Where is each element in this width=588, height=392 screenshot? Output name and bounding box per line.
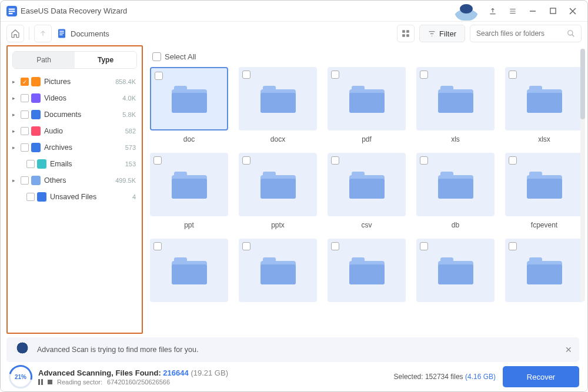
- minimize-button[interactable]: [524, 3, 542, 19]
- file-tile[interactable]: xls: [416, 67, 495, 143]
- view-grid-button[interactable]: [397, 25, 415, 42]
- file-tile[interactable]: fcpevent: [505, 153, 583, 229]
- category-icon: [31, 143, 41, 152]
- sidebar-item-archives[interactable]: ▸Archives573: [8, 139, 142, 156]
- filter-button[interactable]: Filter: [419, 25, 465, 42]
- category-checkbox[interactable]: [26, 193, 35, 201]
- search-box[interactable]: [470, 25, 582, 42]
- tile-checkbox[interactable]: [331, 156, 339, 165]
- category-checkbox[interactable]: [21, 110, 29, 119]
- tile-checkbox[interactable]: [509, 156, 517, 165]
- selection-info: Selected: 152734 files (4.16 GB): [394, 373, 496, 381]
- tile-thumb: [239, 153, 317, 216]
- file-tile[interactable]: [505, 239, 583, 307]
- category-label: Pictures: [44, 78, 115, 86]
- tile-name: db: [452, 221, 459, 229]
- up-button[interactable]: [34, 25, 52, 42]
- folder-icon: [260, 85, 296, 113]
- tile-checkbox[interactable]: [420, 156, 428, 165]
- category-icon: [37, 159, 46, 169]
- tile-thumb: [416, 153, 495, 216]
- sidebar-item-others[interactable]: ▸Others499.5K: [8, 172, 142, 189]
- file-tile[interactable]: csv: [328, 153, 406, 229]
- app-title: EaseUS Data Recovery Wizard: [21, 6, 127, 15]
- tile-checkbox[interactable]: [153, 156, 162, 165]
- file-tile[interactable]: [239, 239, 317, 307]
- scroll-thumb[interactable]: [580, 49, 585, 119]
- svg-rect-12: [406, 34, 409, 37]
- caret-icon: ▸: [12, 145, 18, 150]
- select-all-row[interactable]: Select All: [150, 49, 577, 67]
- tile-checkbox[interactable]: [242, 242, 250, 250]
- scan-count: 216644: [163, 368, 188, 377]
- tile-thumb: [416, 67, 495, 130]
- file-tile[interactable]: db: [416, 153, 495, 229]
- tile-checkbox[interactable]: [153, 242, 162, 250]
- tile-name: pptx: [271, 221, 285, 229]
- category-label: Audio: [44, 127, 125, 135]
- category-checkbox[interactable]: ✓: [21, 78, 29, 86]
- search-input[interactable]: [476, 29, 567, 38]
- breadcrumb[interactable]: Documents: [56, 28, 109, 39]
- home-button[interactable]: [6, 25, 24, 42]
- file-tile[interactable]: pdf: [328, 67, 406, 143]
- file-tile[interactable]: [150, 239, 228, 307]
- category-icon: [37, 192, 46, 202]
- category-label: Emails: [50, 160, 125, 168]
- share-button[interactable]: [484, 3, 502, 19]
- sidebar-item-documents[interactable]: ▸Documents5.8K: [8, 106, 142, 123]
- sidebar-item-emails[interactable]: Emails153: [8, 156, 142, 172]
- maximize-button[interactable]: [544, 3, 562, 19]
- stop-button[interactable]: [48, 380, 52, 384]
- close-button[interactable]: [564, 3, 582, 19]
- category-label: Others: [44, 176, 115, 185]
- category-checkbox[interactable]: [21, 143, 29, 152]
- category-icon: [31, 110, 41, 119]
- scrollbar[interactable]: [580, 49, 585, 301]
- tile-checkbox[interactable]: [509, 71, 517, 79]
- category-checkbox[interactable]: [26, 160, 35, 168]
- caret-icon: ▸: [12, 79, 18, 85]
- file-tile[interactable]: doc: [150, 67, 228, 143]
- tile-checkbox[interactable]: [331, 71, 339, 79]
- folder-icon: [527, 256, 562, 284]
- folder-icon: [349, 170, 385, 199]
- tile-checkbox[interactable]: [509, 242, 517, 250]
- sidebar-item-videos[interactable]: ▸Videos4.0K: [8, 90, 142, 106]
- user-avatar-icon[interactable]: [455, 2, 478, 21]
- title-bar: EaseUS Data Recovery Wizard: [1, 1, 587, 22]
- category-checkbox[interactable]: [21, 176, 29, 185]
- recover-button[interactable]: Recover: [503, 366, 579, 387]
- tab-path[interactable]: Path: [13, 52, 75, 68]
- tile-checkbox[interactable]: [242, 71, 250, 79]
- folder-icon: [527, 85, 562, 113]
- sidebar-tabs: Path Type: [12, 51, 137, 69]
- tile-name: docx: [270, 135, 285, 143]
- tile-checkbox[interactable]: [420, 71, 428, 79]
- file-tile[interactable]: docx: [239, 67, 317, 143]
- sidebar-item-pictures[interactable]: ▸✓Pictures858.4K: [8, 73, 142, 90]
- tile-checkbox[interactable]: [420, 242, 428, 250]
- scan-label: Advanced Scanning, Files Found:: [38, 368, 163, 377]
- file-tile[interactable]: pptx: [239, 153, 317, 229]
- select-all-checkbox[interactable]: [152, 52, 161, 61]
- scan-info: Advanced Scanning, Files Found: 216644 (…: [38, 368, 228, 386]
- tile-name: csv: [362, 221, 372, 229]
- file-tile[interactable]: ppt: [150, 153, 228, 229]
- tile-thumb: [328, 153, 406, 216]
- sidebar-item-unsaved-files[interactable]: Unsaved Files4: [8, 189, 142, 205]
- tile-checkbox[interactable]: [242, 156, 250, 165]
- tile-checkbox[interactable]: [155, 72, 163, 80]
- file-tile[interactable]: [328, 239, 406, 307]
- pause-button[interactable]: [38, 379, 43, 385]
- tile-checkbox[interactable]: [331, 242, 339, 250]
- category-checkbox[interactable]: [21, 94, 29, 102]
- folder-icon: [527, 170, 562, 199]
- file-tile[interactable]: xlsx: [505, 67, 583, 143]
- sidebar-item-audio[interactable]: ▸Audio582: [8, 123, 142, 139]
- tab-type[interactable]: Type: [75, 52, 136, 68]
- notice-close-button[interactable]: ✕: [565, 345, 572, 354]
- category-checkbox[interactable]: [21, 127, 29, 135]
- file-tile[interactable]: [416, 239, 495, 307]
- menu-button[interactable]: [504, 3, 522, 19]
